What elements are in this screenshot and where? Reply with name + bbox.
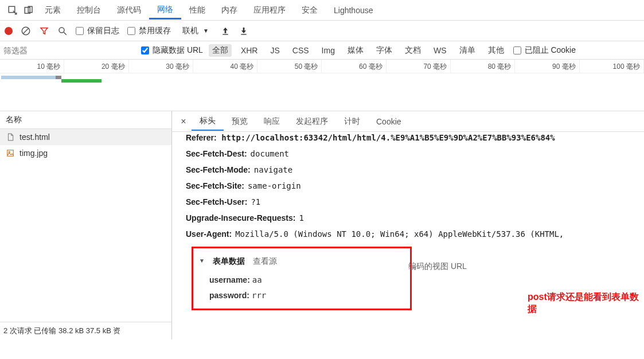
view-encoded-link[interactable]: 编码的视图 URL: [408, 262, 467, 272]
request-row[interactable]: test.html: [0, 129, 171, 145]
filter-type-all[interactable]: 全部: [209, 44, 232, 57]
svg-rect-9: [7, 150, 14, 157]
filter-type-ws[interactable]: WS: [430, 45, 450, 56]
tab-sources[interactable]: 源代码: [109, 2, 149, 19]
header-value: Mozilla/5.0 (Windows NT 10.0; Win64; x64…: [232, 229, 564, 239]
image-icon: [6, 149, 15, 158]
tab-console[interactable]: 控制台: [69, 2, 109, 19]
view-source-link[interactable]: 查看源: [253, 253, 277, 269]
timeline-tick: 10 毫秒: [0, 60, 64, 73]
form-field-key: username:: [209, 275, 250, 284]
header-value: ?1: [247, 197, 260, 206]
filter-input[interactable]: [3, 46, 135, 55]
svg-rect-8: [241, 34, 246, 34]
detail-panel: × 标头 预览 响应 发起程序 计时 Cookie Referer: http:…: [172, 111, 644, 340]
filter-row: 隐藏数据 URL 全部 XHR JS CSS Img 媒体 字体 文档 WS 清…: [0, 41, 644, 60]
filter-type-doc[interactable]: 文档: [401, 44, 424, 57]
filter-type-img[interactable]: Img: [318, 45, 338, 56]
svg-point-10: [9, 151, 10, 153]
form-field-value: aa: [250, 275, 262, 284]
tab-security[interactable]: 安全: [294, 2, 326, 19]
form-field-key: password:: [209, 291, 249, 300]
throttling-select[interactable]: 联机 ▼: [179, 26, 212, 36]
filter-type-media[interactable]: 媒体: [344, 44, 367, 57]
disable-cache-label: 禁用缓存: [139, 26, 171, 36]
search-icon[interactable]: [57, 26, 68, 36]
timeline-tick: 20 毫秒: [64, 60, 128, 73]
tab-performance[interactable]: 性能: [181, 2, 213, 19]
detail-tab-timing[interactable]: 计时: [336, 113, 368, 130]
detail-tabs: × 标头 预览 响应 发起程序 计时 Cookie: [172, 111, 644, 132]
header-value: navigate: [251, 165, 292, 174]
disable-cache-checkbox[interactable]: 禁用缓存: [127, 26, 171, 36]
clear-icon[interactable]: [21, 26, 31, 36]
form-field-value: rrr: [249, 291, 266, 300]
filter-type-js[interactable]: JS: [267, 45, 283, 56]
form-data-section: ▼ 表单数据 查看源 username:aa password:rrr: [192, 247, 412, 310]
detail-tab-response[interactable]: 响应: [256, 113, 288, 130]
timeline-ticks: 10 毫秒 20 毫秒 30 毫秒 40 毫秒 50 毫秒 60 毫秒 70 毫…: [0, 60, 644, 73]
close-icon[interactable]: ×: [175, 116, 192, 127]
header-value: same-origin: [244, 181, 301, 190]
record-icon[interactable]: [5, 27, 13, 35]
timeline-tick: 70 毫秒: [387, 60, 451, 73]
network-toolbar: 保留日志 禁用缓存 联机 ▼: [0, 21, 644, 41]
request-name: test.html: [19, 132, 50, 142]
device-toggle-icon[interactable]: [21, 2, 37, 18]
svg-point-5: [59, 28, 64, 33]
timeline[interactable]: 10 毫秒 20 毫秒 30 毫秒 40 毫秒 50 毫秒 60 毫秒 70 毫…: [0, 60, 644, 111]
timeline-tick: 100 毫秒: [580, 60, 644, 73]
form-data-title: 表单数据: [213, 253, 245, 269]
detail-tab-cookies[interactable]: Cookie: [368, 114, 409, 130]
preserve-log-checkbox[interactable]: 保留日志: [76, 26, 119, 36]
request-list: 名称 test.html timg.jpg 2 次请求 已传输 38.2 kB …: [0, 111, 172, 340]
detail-tab-initiator[interactable]: 发起程序: [288, 113, 336, 130]
timeline-tick: 90 毫秒: [515, 60, 579, 73]
header-key: Sec-Fetch-Dest:: [186, 149, 247, 158]
tab-application[interactable]: 应用程序: [245, 2, 294, 19]
svg-line-4: [24, 28, 29, 33]
filter-type-xhr[interactable]: XHR: [237, 45, 261, 56]
request-row[interactable]: timg.jpg: [0, 145, 171, 161]
detail-tab-preview[interactable]: 预览: [224, 113, 256, 130]
annotation-text: post请求还是能看到表单数据: [528, 291, 644, 315]
filter-type-other[interactable]: 其他: [485, 44, 508, 57]
timeline-tick: 30 毫秒: [129, 60, 193, 73]
header-key: Sec-Fetch-Mode:: [186, 165, 251, 174]
timeline-tick: 40 毫秒: [193, 60, 257, 73]
svg-line-6: [64, 32, 67, 35]
timeline-tick: 50 毫秒: [257, 60, 322, 73]
blocked-cookies-label: 已阻止 Cookie: [525, 45, 576, 56]
blocked-cookies-checkbox[interactable]: 已阻止 Cookie: [513, 45, 576, 56]
headers-body: Referer: http://localhost:63342/html/htm…: [172, 132, 644, 316]
header-key: Sec-Fetch-User:: [186, 197, 247, 206]
tab-memory[interactable]: 内存: [213, 2, 245, 19]
collapse-icon[interactable]: ▼: [199, 255, 205, 267]
tab-elements[interactable]: 元素: [37, 2, 69, 19]
request-list-header[interactable]: 名称: [0, 111, 171, 129]
tab-network[interactable]: 网络: [149, 1, 181, 19]
header-value: 1: [295, 213, 303, 223]
main-split: 名称 test.html timg.jpg 2 次请求 已传输 38.2 kB …: [0, 111, 644, 340]
header-value: document: [247, 149, 289, 158]
hide-data-url-label: 隐藏数据 URL: [153, 45, 203, 56]
inspect-icon[interactable]: [5, 2, 21, 18]
download-icon[interactable]: [239, 26, 249, 36]
header-key: Referer:: [186, 133, 217, 142]
timeline-tick: 80 毫秒: [451, 60, 515, 73]
tab-lighthouse[interactable]: Lighthouse: [326, 2, 381, 18]
request-summary: 2 次请求 已传输 38.2 kB 37.5 kB 资: [0, 322, 171, 340]
devtools-tabbar: 元素 控制台 源代码 网络 性能 内存 应用程序 安全 Lighthouse: [0, 0, 644, 21]
filter-type-css[interactable]: CSS: [289, 45, 313, 56]
hide-data-url-checkbox[interactable]: 隐藏数据 URL: [141, 45, 203, 56]
filter-icon[interactable]: [39, 26, 49, 36]
filter-type-font[interactable]: 字体: [373, 44, 396, 57]
filter-type-manifest[interactable]: 清单: [456, 44, 479, 57]
request-name: timg.jpg: [19, 149, 48, 158]
header-value: http://localhost:63342/html/html/4.%E9%A…: [221, 133, 555, 142]
timeline-tick: 60 毫秒: [322, 60, 386, 73]
svg-rect-7: [223, 34, 228, 34]
upload-icon[interactable]: [220, 26, 231, 36]
detail-tab-headers[interactable]: 标头: [192, 112, 224, 131]
chevron-down-icon: ▼: [203, 28, 209, 34]
